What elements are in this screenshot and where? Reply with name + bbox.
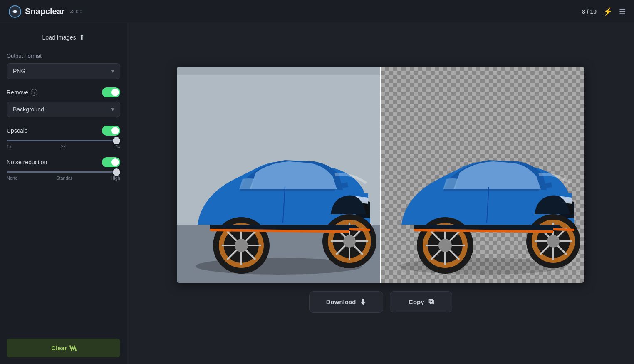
upscale-toggle-row: Upscale (7, 126, 120, 136)
processed-image (381, 67, 584, 283)
output-format-section: Output Format PNG JPEG WEBP ▼ (7, 53, 120, 79)
svg-point-1 (13, 10, 17, 13)
load-images-button[interactable]: Load Images ⬆ (7, 30, 120, 45)
upscale-slider-container: 1x 2x 4x (7, 140, 120, 149)
upscale-slider[interactable] (7, 140, 120, 141)
remove-mode-wrapper: Background Foreground ▼ (7, 102, 120, 117)
output-format-select[interactable]: PNG JPEG WEBP (7, 63, 120, 79)
original-image (177, 67, 381, 283)
noise-reduction-section: Noise reduction None Standar High (7, 157, 120, 181)
remove-label-group: Remove i (7, 89, 37, 96)
upscale-toggle[interactable] (102, 126, 120, 136)
noise-min-label: None (7, 176, 17, 181)
header-left: Snapclear v2.0.0 (8, 5, 82, 18)
remove-info-icon[interactable]: i (31, 89, 37, 96)
upscale-min-label: 1x (7, 144, 12, 149)
noise-slider-labels: None Standar High (7, 176, 120, 181)
header: Snapclear v2.0.0 8 / 10 ⚡ ☰ (0, 0, 634, 23)
remove-toggle-row: Remove i (7, 87, 120, 97)
content-area: Download ⬇ Copy ⧉ (127, 23, 634, 364)
noise-reduction-label: Noise reduction (7, 159, 47, 166)
load-images-label: Load Images (42, 34, 76, 41)
main-layout: Load Images ⬆ Output Format PNG JPEG WEB… (0, 23, 634, 364)
noise-mid-label: Standar (56, 176, 72, 181)
output-format-wrapper: PNG JPEG WEBP ▼ (7, 63, 120, 79)
version-badge: v2.0.0 (70, 9, 82, 14)
copy-icon: ⧉ (428, 297, 434, 306)
header-right: 8 / 10 ⚡ ☰ (582, 7, 626, 16)
comparison-divider (380, 67, 381, 283)
clear-icon (70, 345, 76, 351)
sidebar: Load Images ⬆ Output Format PNG JPEG WEB… (0, 23, 127, 364)
copy-label: Copy (409, 298, 424, 305)
output-format-label: Output Format (7, 53, 120, 59)
remove-label: Remove (7, 89, 28, 96)
download-label: Download (326, 298, 356, 305)
noise-max-label: High (111, 176, 120, 181)
clear-label: Clear (51, 344, 67, 352)
svg-point-14 (343, 235, 356, 248)
remove-toggle[interactable] (102, 87, 120, 97)
upscale-label: Upscale (7, 127, 28, 134)
copy-button[interactable]: Copy ⧉ (390, 291, 452, 312)
svg-point-32 (547, 235, 560, 248)
upscale-mid-label: 2x (61, 144, 66, 149)
menu-icon[interactable]: ☰ (619, 7, 626, 16)
upscale-max-label: 4x (115, 144, 120, 149)
upscale-slider-labels: 1x 2x 4x (7, 144, 120, 149)
svg-point-40 (438, 239, 452, 252)
app-logo (8, 5, 22, 18)
upscale-section: Upscale 1x 2x 4x (7, 126, 120, 149)
noise-reduction-toggle[interactable] (102, 157, 120, 167)
noise-toggle-row: Noise reduction (7, 157, 120, 167)
upload-icon: ⬆ (79, 33, 84, 41)
download-icon: ⬇ (360, 297, 366, 307)
svg-rect-5 (177, 67, 381, 75)
noise-reduction-slider[interactable] (7, 171, 120, 173)
clear-button[interactable]: Clear (7, 339, 120, 357)
remove-section: Remove i Background Foreground ▼ (7, 87, 120, 117)
noise-slider-container: None Standar High (7, 171, 120, 181)
app-name: Snapclear (25, 7, 65, 16)
image-counter: 8 / 10 (582, 8, 597, 15)
remove-mode-select[interactable]: Background Foreground (7, 102, 120, 117)
svg-point-22 (235, 239, 248, 252)
image-viewer (177, 67, 584, 283)
bolt-icon: ⚡ (603, 7, 612, 16)
action-bar: Download ⬇ Copy ⧉ (301, 283, 461, 321)
download-button[interactable]: Download ⬇ (309, 291, 384, 313)
